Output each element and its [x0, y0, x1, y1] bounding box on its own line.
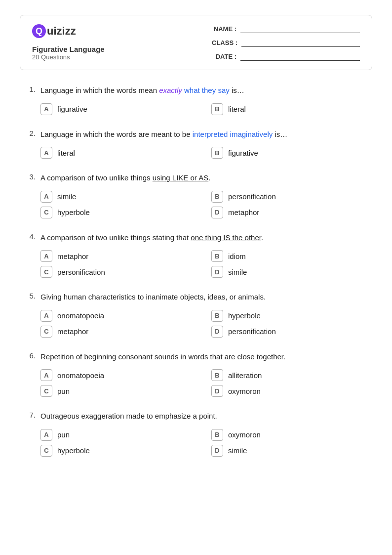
question-text-7: Outrageous exaggeration made to emphasiz… — [40, 411, 217, 422]
answers-grid-1: AfigurativeBliteral — [25, 103, 367, 115]
answer-text-3-D: metaphor — [228, 208, 259, 216]
answer-item-6-D[interactable]: Doxymoron — [211, 385, 367, 397]
question-num-7: 7. — [25, 411, 36, 419]
answer-item-1-A[interactable]: Afigurative — [40, 103, 196, 115]
answer-letter-7-D: D — [211, 445, 223, 457]
answer-letter-7-B: B — [211, 429, 223, 441]
answer-letter-6-A: A — [40, 369, 52, 381]
question-text-3: A comparison of two unlike things using … — [40, 172, 210, 184]
answer-item-6-B[interactable]: Balliteration — [211, 369, 367, 381]
answers-grid-2: AliteralBfigurative — [25, 147, 367, 159]
answer-letter-4-A: A — [40, 250, 52, 262]
answer-item-7-B[interactable]: Boxymoron — [211, 429, 367, 441]
answer-item-5-B[interactable]: Bhyperbole — [211, 310, 367, 322]
answer-text-5-B: hyperbole — [228, 311, 261, 320]
question-block-6: 6.Repetition of beginning consonant soun… — [25, 351, 367, 397]
answer-letter-4-C: C — [40, 266, 52, 278]
question-row-5: 5.Giving human characteristics to inanim… — [25, 292, 367, 303]
answer-item-3-C[interactable]: Chyperbole — [40, 207, 196, 218]
answer-item-7-D[interactable]: Dsimile — [211, 445, 367, 457]
answer-text-3-C: hyperbole — [57, 208, 90, 216]
answer-item-3-B[interactable]: Bpersonification — [211, 191, 367, 203]
answer-text-7-D: simile — [228, 446, 247, 455]
answer-letter-5-C: C — [40, 326, 52, 338]
question-num-3: 3. — [25, 172, 36, 181]
question-num-2: 2. — [25, 129, 36, 137]
question-text-2: Language in which the words are meant to… — [40, 129, 287, 140]
answer-item-4-D[interactable]: Dsimile — [211, 266, 367, 278]
answer-text-7-C: hyperbole — [57, 446, 90, 455]
header-fields: NAME : CLASS : DATE : — [212, 24, 360, 61]
name-row: NAME : — [212, 24, 360, 33]
answer-item-2-A[interactable]: Aliteral — [40, 147, 196, 159]
answer-text-7-B: oxymoron — [228, 430, 261, 439]
answer-item-5-D[interactable]: Dpersonification — [211, 326, 367, 338]
answers-grid-4: AmetaphorBidiomCpersonificationDsimile — [25, 250, 367, 278]
question-row-1: 1.Language in which the words mean exact… — [25, 85, 367, 96]
quiz-title: Figurative Language — [32, 45, 105, 53]
answers-grid-3: AsimileBpersonificationChyperboleDmetaph… — [25, 191, 367, 218]
answer-text-2-A: literal — [57, 149, 75, 157]
date-line — [240, 52, 360, 61]
quiz-subtitle: 20 Questions — [32, 53, 105, 61]
answer-item-4-A[interactable]: Ametaphor — [40, 250, 196, 262]
underline-span: one thing IS the other — [191, 233, 261, 242]
answer-item-4-B[interactable]: Bidiom — [211, 250, 367, 262]
answer-item-6-A[interactable]: Aonomatopoeia — [40, 369, 196, 381]
question-num-4: 4. — [25, 232, 36, 241]
answer-item-4-C[interactable]: Cpersonification — [40, 266, 196, 278]
question-text-5: Giving human characteristics to inanimat… — [40, 292, 266, 303]
question-text-1: Language in which the words mean exactly… — [40, 85, 244, 96]
question-block-3: 3.A comparison of two unlike things usin… — [25, 172, 367, 218]
answer-item-3-A[interactable]: Asimile — [40, 191, 196, 203]
answer-item-7-A[interactable]: Apun — [40, 429, 196, 441]
answer-letter-2-B: B — [211, 147, 223, 159]
question-block-5: 5.Giving human characteristics to inanim… — [25, 292, 367, 338]
question-num-1: 1. — [25, 85, 36, 93]
answer-text-5-A: onomatopoeia — [57, 311, 104, 320]
answers-grid-5: AonomatopoeiaBhyperboleCmetaphorDpersoni… — [25, 310, 367, 338]
answer-item-1-B[interactable]: Bliteral — [211, 103, 367, 115]
answer-letter-6-C: C — [40, 385, 52, 397]
answer-text-6-D: oxymoron — [228, 387, 261, 395]
highlight-blue-span: interpreted imaginatively — [193, 130, 273, 138]
answer-letter-7-A: A — [40, 429, 52, 441]
date-row: DATE : — [212, 52, 360, 61]
answer-text-1-B: literal — [228, 105, 246, 113]
answer-item-2-B[interactable]: Bfigurative — [211, 147, 367, 159]
highlight-blue-span: what they say — [182, 86, 230, 94]
header-left: Q uizizz Figurative Language 20 Question… — [32, 24, 105, 61]
answer-letter-3-B: B — [211, 191, 223, 203]
answer-item-5-C[interactable]: Cmetaphor — [40, 326, 196, 338]
question-block-4: 4.A comparison of two unlike things stat… — [25, 232, 367, 278]
name-label: NAME : — [212, 25, 236, 33]
date-label: DATE : — [212, 53, 236, 60]
answer-text-6-A: onomatopoeia — [57, 371, 104, 380]
question-text-4: A comparison of two unlike things statin… — [40, 232, 263, 244]
name-line — [240, 24, 360, 33]
quizizz-logo: Q uizizz — [32, 24, 105, 38]
logo-q-letter: Q — [32, 24, 46, 38]
answer-item-5-A[interactable]: Aonomatopoeia — [40, 310, 196, 322]
answer-text-4-B: idiom — [228, 252, 246, 260]
logo-text: uizizz — [47, 25, 76, 38]
answer-item-3-D[interactable]: Dmetaphor — [211, 207, 367, 218]
answers-grid-6: AonomatopoeiaBalliterationCpunDoxymoron — [25, 369, 367, 397]
answer-text-3-B: personification — [228, 192, 276, 201]
header-card: Q uizizz Figurative Language 20 Question… — [20, 15, 372, 70]
class-label: CLASS : — [212, 39, 237, 46]
answer-letter-3-A: A — [40, 191, 52, 203]
question-text-6: Repetition of beginning consonant sounds… — [40, 351, 285, 363]
class-row: CLASS : — [212, 38, 360, 47]
answer-letter-6-B: B — [211, 369, 223, 381]
underline-span: using LIKE or AS — [153, 173, 208, 182]
answers-grid-7: ApunBoxymoronChyperboleDsimile — [25, 429, 367, 457]
question-block-7: 7.Outrageous exaggeration made to emphas… — [25, 411, 367, 457]
questions-container: 1.Language in which the words mean exact… — [20, 85, 372, 457]
question-row-7: 7.Outrageous exaggeration made to emphas… — [25, 411, 367, 422]
answer-item-7-C[interactable]: Chyperbole — [40, 445, 196, 457]
answer-item-6-C[interactable]: Cpun — [40, 385, 196, 397]
answer-letter-5-D: D — [211, 326, 223, 338]
answer-text-3-A: simile — [57, 192, 76, 201]
answer-letter-3-D: D — [211, 207, 223, 218]
